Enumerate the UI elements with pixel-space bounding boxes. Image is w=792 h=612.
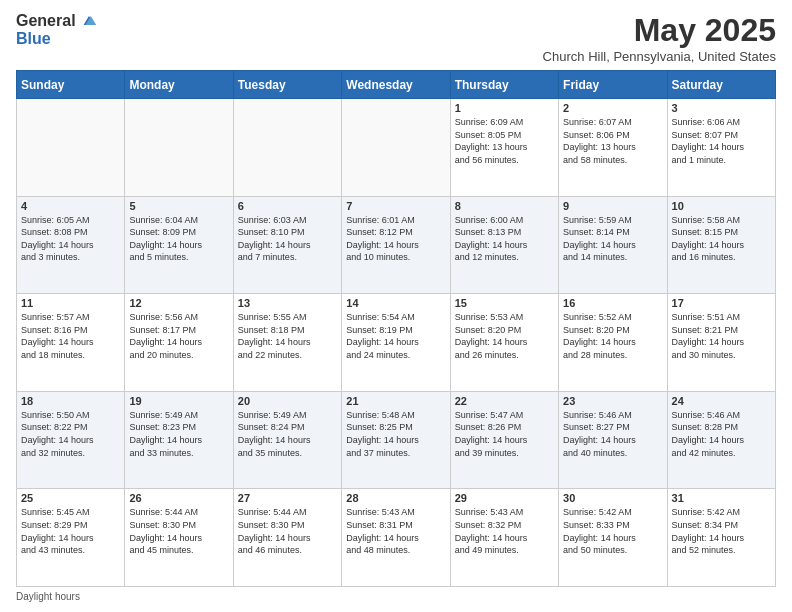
calendar-cell: 8Sunrise: 6:00 AM Sunset: 8:13 PM Daylig…	[450, 196, 558, 294]
calendar: SundayMondayTuesdayWednesdayThursdayFrid…	[16, 70, 776, 587]
day-number: 20	[238, 395, 337, 407]
column-header-saturday: Saturday	[667, 71, 775, 99]
calendar-cell: 20Sunrise: 5:49 AM Sunset: 8:24 PM Dayli…	[233, 391, 341, 489]
month-title: May 2025	[543, 12, 776, 49]
calendar-cell: 15Sunrise: 5:53 AM Sunset: 8:20 PM Dayli…	[450, 294, 558, 392]
day-number: 30	[563, 492, 662, 504]
day-info: Sunrise: 6:01 AM Sunset: 8:12 PM Dayligh…	[346, 214, 445, 264]
calendar-cell: 30Sunrise: 5:42 AM Sunset: 8:33 PM Dayli…	[559, 489, 667, 587]
day-info: Sunrise: 5:42 AM Sunset: 8:34 PM Dayligh…	[672, 506, 771, 556]
day-info: Sunrise: 5:58 AM Sunset: 8:15 PM Dayligh…	[672, 214, 771, 264]
calendar-cell: 5Sunrise: 6:04 AM Sunset: 8:09 PM Daylig…	[125, 196, 233, 294]
day-info: Sunrise: 5:54 AM Sunset: 8:19 PM Dayligh…	[346, 311, 445, 361]
day-info: Sunrise: 5:53 AM Sunset: 8:20 PM Dayligh…	[455, 311, 554, 361]
calendar-cell: 21Sunrise: 5:48 AM Sunset: 8:25 PM Dayli…	[342, 391, 450, 489]
logo-blue-text: Blue	[16, 30, 51, 48]
week-row-2: 4Sunrise: 6:05 AM Sunset: 8:08 PM Daylig…	[17, 196, 776, 294]
week-row-5: 25Sunrise: 5:45 AM Sunset: 8:29 PM Dayli…	[17, 489, 776, 587]
calendar-cell: 11Sunrise: 5:57 AM Sunset: 8:16 PM Dayli…	[17, 294, 125, 392]
day-number: 18	[21, 395, 120, 407]
calendar-cell: 26Sunrise: 5:44 AM Sunset: 8:30 PM Dayli…	[125, 489, 233, 587]
day-number: 13	[238, 297, 337, 309]
column-header-sunday: Sunday	[17, 71, 125, 99]
day-info: Sunrise: 5:57 AM Sunset: 8:16 PM Dayligh…	[21, 311, 120, 361]
day-info: Sunrise: 6:04 AM Sunset: 8:09 PM Dayligh…	[129, 214, 228, 264]
day-info: Sunrise: 5:49 AM Sunset: 8:24 PM Dayligh…	[238, 409, 337, 459]
day-number: 26	[129, 492, 228, 504]
calendar-cell: 25Sunrise: 5:45 AM Sunset: 8:29 PM Dayli…	[17, 489, 125, 587]
column-header-friday: Friday	[559, 71, 667, 99]
calendar-cell: 24Sunrise: 5:46 AM Sunset: 8:28 PM Dayli…	[667, 391, 775, 489]
day-number: 11	[21, 297, 120, 309]
calendar-cell: 19Sunrise: 5:49 AM Sunset: 8:23 PM Dayli…	[125, 391, 233, 489]
calendar-cell: 10Sunrise: 5:58 AM Sunset: 8:15 PM Dayli…	[667, 196, 775, 294]
logo: General Blue	[16, 12, 98, 48]
day-number: 16	[563, 297, 662, 309]
calendar-cell: 9Sunrise: 5:59 AM Sunset: 8:14 PM Daylig…	[559, 196, 667, 294]
column-header-tuesday: Tuesday	[233, 71, 341, 99]
calendar-cell: 31Sunrise: 5:42 AM Sunset: 8:34 PM Dayli…	[667, 489, 775, 587]
day-number: 19	[129, 395, 228, 407]
day-number: 10	[672, 200, 771, 212]
day-info: Sunrise: 6:09 AM Sunset: 8:05 PM Dayligh…	[455, 116, 554, 166]
day-info: Sunrise: 6:05 AM Sunset: 8:08 PM Dayligh…	[21, 214, 120, 264]
calendar-cell: 29Sunrise: 5:43 AM Sunset: 8:32 PM Dayli…	[450, 489, 558, 587]
day-number: 6	[238, 200, 337, 212]
day-info: Sunrise: 5:48 AM Sunset: 8:25 PM Dayligh…	[346, 409, 445, 459]
day-info: Sunrise: 5:46 AM Sunset: 8:27 PM Dayligh…	[563, 409, 662, 459]
day-number: 27	[238, 492, 337, 504]
calendar-cell	[17, 99, 125, 197]
calendar-cell: 28Sunrise: 5:43 AM Sunset: 8:31 PM Dayli…	[342, 489, 450, 587]
day-info: Sunrise: 6:06 AM Sunset: 8:07 PM Dayligh…	[672, 116, 771, 166]
calendar-cell	[342, 99, 450, 197]
logo-icon	[80, 14, 98, 28]
calendar-cell: 4Sunrise: 6:05 AM Sunset: 8:08 PM Daylig…	[17, 196, 125, 294]
day-number: 8	[455, 200, 554, 212]
column-header-thursday: Thursday	[450, 71, 558, 99]
day-number: 23	[563, 395, 662, 407]
calendar-cell: 14Sunrise: 5:54 AM Sunset: 8:19 PM Dayli…	[342, 294, 450, 392]
day-info: Sunrise: 5:49 AM Sunset: 8:23 PM Dayligh…	[129, 409, 228, 459]
day-info: Sunrise: 5:45 AM Sunset: 8:29 PM Dayligh…	[21, 506, 120, 556]
day-number: 22	[455, 395, 554, 407]
calendar-cell: 23Sunrise: 5:46 AM Sunset: 8:27 PM Dayli…	[559, 391, 667, 489]
location: Church Hill, Pennsylvania, United States	[543, 49, 776, 64]
day-info: Sunrise: 5:47 AM Sunset: 8:26 PM Dayligh…	[455, 409, 554, 459]
calendar-header-row: SundayMondayTuesdayWednesdayThursdayFrid…	[17, 71, 776, 99]
column-header-monday: Monday	[125, 71, 233, 99]
logo-general-text: General	[16, 12, 76, 30]
calendar-cell: 18Sunrise: 5:50 AM Sunset: 8:22 PM Dayli…	[17, 391, 125, 489]
day-number: 28	[346, 492, 445, 504]
day-info: Sunrise: 5:43 AM Sunset: 8:32 PM Dayligh…	[455, 506, 554, 556]
calendar-cell	[233, 99, 341, 197]
calendar-cell: 13Sunrise: 5:55 AM Sunset: 8:18 PM Dayli…	[233, 294, 341, 392]
title-area: May 2025 Church Hill, Pennsylvania, Unit…	[543, 12, 776, 64]
day-info: Sunrise: 5:52 AM Sunset: 8:20 PM Dayligh…	[563, 311, 662, 361]
day-info: Sunrise: 6:07 AM Sunset: 8:06 PM Dayligh…	[563, 116, 662, 166]
day-info: Sunrise: 6:00 AM Sunset: 8:13 PM Dayligh…	[455, 214, 554, 264]
day-number: 3	[672, 102, 771, 114]
calendar-cell	[125, 99, 233, 197]
day-info: Sunrise: 5:56 AM Sunset: 8:17 PM Dayligh…	[129, 311, 228, 361]
day-number: 4	[21, 200, 120, 212]
week-row-1: 1Sunrise: 6:09 AM Sunset: 8:05 PM Daylig…	[17, 99, 776, 197]
day-number: 14	[346, 297, 445, 309]
day-number: 1	[455, 102, 554, 114]
day-info: Sunrise: 5:44 AM Sunset: 8:30 PM Dayligh…	[129, 506, 228, 556]
day-number: 31	[672, 492, 771, 504]
day-info: Sunrise: 5:42 AM Sunset: 8:33 PM Dayligh…	[563, 506, 662, 556]
calendar-cell: 16Sunrise: 5:52 AM Sunset: 8:20 PM Dayli…	[559, 294, 667, 392]
day-info: Sunrise: 6:03 AM Sunset: 8:10 PM Dayligh…	[238, 214, 337, 264]
day-info: Sunrise: 5:43 AM Sunset: 8:31 PM Dayligh…	[346, 506, 445, 556]
calendar-cell: 7Sunrise: 6:01 AM Sunset: 8:12 PM Daylig…	[342, 196, 450, 294]
day-info: Sunrise: 5:51 AM Sunset: 8:21 PM Dayligh…	[672, 311, 771, 361]
day-number: 15	[455, 297, 554, 309]
header: General Blue May 2025 Church Hill, Penns…	[16, 12, 776, 64]
day-number: 25	[21, 492, 120, 504]
column-header-wednesday: Wednesday	[342, 71, 450, 99]
calendar-cell: 17Sunrise: 5:51 AM Sunset: 8:21 PM Dayli…	[667, 294, 775, 392]
day-number: 24	[672, 395, 771, 407]
day-number: 29	[455, 492, 554, 504]
page: General Blue May 2025 Church Hill, Penns…	[0, 0, 792, 612]
day-info: Sunrise: 5:46 AM Sunset: 8:28 PM Dayligh…	[672, 409, 771, 459]
